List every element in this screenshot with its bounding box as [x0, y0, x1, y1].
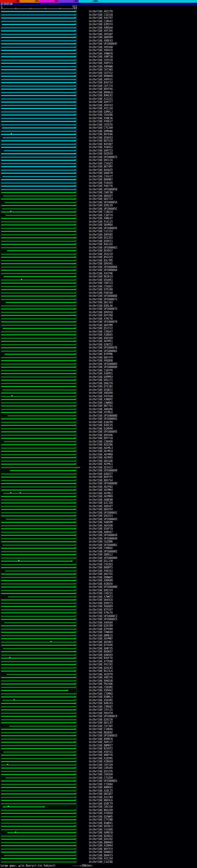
hit-accession-label[interactable]: UniRef100_A6BV67 [89, 531, 113, 534]
alignment-bar[interactable] [1, 490, 75, 491]
alignment-bar[interactable] [4, 752, 75, 752]
hit-accession-label[interactable]: UniRef100_C6KC90 [89, 191, 113, 194]
hit-accession-label[interactable]: UniRef100_A6YMK4 [89, 489, 113, 491]
alignment-bar[interactable] [1, 816, 75, 817]
hit-accession-label[interactable]: UniRef100_UPI000075 [89, 308, 117, 310]
hit-accession-label[interactable]: UniRef100_A7WWT3 [89, 595, 113, 598]
alignment-bar[interactable] [1, 457, 75, 458]
alignment-bar[interactable] [2, 545, 75, 546]
hit-accession-label[interactable]: UniRef100_Q9XSH6 [89, 434, 113, 437]
hit-accession-label[interactable]: UniRef100_Q28150 [89, 718, 113, 721]
hit-accession-label[interactable]: UniRef100_P41192 [89, 663, 113, 666]
hit-accession-label[interactable]: UniRef100_C5FJW7 [89, 725, 113, 727]
hit-accession-label[interactable]: UniRef100_Q4QXI7 [89, 473, 113, 475]
alignment-bar[interactable] [1, 755, 75, 755]
alignment-bar[interactable] [4, 276, 75, 277]
hit-accession-label[interactable]: UniRef100_A6YML3 [89, 447, 113, 450]
alignment-bar[interactable] [1, 386, 75, 387]
alignment-bar[interactable] [1, 153, 75, 154]
hit-accession-label[interactable]: UniRef100_Q96ZT8 [89, 382, 113, 385]
alignment-bar[interactable] [1, 224, 75, 225]
hit-accession-label[interactable]: UniRef100_UPI00005E [89, 227, 117, 230]
hit-accession-label[interactable]: UniRef100_UPI0000C1 [89, 615, 117, 618]
alignment-bar[interactable] [1, 144, 75, 145]
alignment-bar[interactable] [1, 862, 75, 863]
alignment-bar[interactable] [9, 726, 75, 727]
alignment-bar[interactable] [1, 574, 75, 575]
hit-accession-label[interactable]: UniRef100_C5XQZ7 [89, 162, 113, 165]
hit-accession-label[interactable]: UniRef100_C4Y1J5 [89, 709, 113, 711]
alignment-bar[interactable] [1, 480, 75, 481]
alignment-bar[interactable] [1, 784, 75, 785]
alignment-bar[interactable] [1, 551, 75, 552]
alignment-bar[interactable] [1, 63, 75, 64]
hit-accession-label[interactable]: UniRef100_A9QQD0 [89, 359, 113, 362]
hit-accession-label[interactable]: UniRef100_C6KT23 [89, 282, 113, 284]
hit-accession-label[interactable]: UniRef100_A3EM51 [89, 372, 113, 375]
alignment-bar[interactable] [1, 34, 75, 35]
alignment-bar[interactable] [1, 483, 75, 484]
alignment-bar[interactable] [1, 238, 75, 238]
alignment-bar[interactable] [1, 800, 75, 801]
hit-accession-label[interactable]: UniRef100_Q4PM93 [89, 376, 113, 378]
hit-accession-label[interactable]: UniRef100_Q2GWH5 [89, 815, 113, 818]
alignment-bar[interactable] [1, 538, 75, 539]
alignment-bar[interactable] [1, 231, 75, 232]
alignment-bar[interactable] [1, 425, 75, 426]
hit-accession-label[interactable]: UniRef100_Q9MAW6 [89, 130, 113, 133]
hit-accession-label[interactable]: UniRef100_C5DSM2 [89, 686, 113, 689]
hit-accession-label[interactable]: UniRef100_C5K047 [89, 331, 113, 333]
alignment-bar[interactable] [1, 280, 75, 280]
alignment-bar[interactable] [1, 325, 75, 326]
alignment-bar[interactable] [1, 186, 75, 187]
hit-accession-label[interactable]: UniRef100_P48160 [89, 291, 113, 294]
hit-accession-label[interactable]: UniRef100_Q5QB12 [89, 389, 113, 391]
hit-accession-label[interactable]: UniRef100_A1DNA4 [89, 844, 113, 847]
alignment-bar[interactable] [1, 318, 75, 319]
alignment-bar[interactable] [1, 548, 75, 549]
alignment-bar[interactable] [1, 642, 75, 643]
alignment-bar[interactable] [1, 722, 75, 723]
alignment-bar[interactable] [1, 797, 75, 798]
hit-accession-label[interactable]: UniRef100_A9PHW0 [89, 65, 113, 68]
alignment-bar[interactable] [1, 758, 75, 759]
hit-accession-label[interactable]: UniRef100_B6GXZ8 [89, 809, 113, 812]
hit-accession-label[interactable]: UniRef100_A6QQE9 [89, 605, 113, 608]
hit-accession-label[interactable]: UniRef100_B3NHL3 [89, 695, 113, 698]
alignment-bar[interactable] [1, 709, 75, 710]
alignment-bar[interactable] [5, 777, 75, 778]
alignment-bar[interactable] [1, 677, 75, 678]
alignment-bar[interactable] [1, 393, 75, 394]
alignment-bar[interactable] [1, 696, 75, 698]
alignment-bar[interactable] [1, 852, 75, 852]
hit-accession-label[interactable]: UniRef100_Q9BWU5 [89, 576, 113, 579]
hit-accession-label[interactable]: UniRef100_UPI000062 [89, 246, 117, 249]
hit-accession-label[interactable]: UniRef100_A3NQH2 [89, 398, 113, 401]
alignment-bar[interactable] [1, 364, 75, 365]
hit-accession-label[interactable]: UniRef100_C7GZ69 [89, 777, 113, 779]
hit-accession-label[interactable]: UniRef100_A6R1J7 [89, 741, 113, 744]
hit-accession-label[interactable]: UniRef100_C1MX42 [89, 20, 113, 23]
hit-accession-label[interactable]: UniRef100_C1C152 [89, 230, 113, 233]
alignment-bar[interactable] [1, 286, 75, 287]
alignment-bar[interactable] [3, 137, 75, 138]
alignment-bar[interactable] [1, 234, 75, 235]
hit-accession-label[interactable]: UniRef100_B6TE06 [89, 133, 113, 136]
alignment-bar[interactable] [1, 431, 75, 432]
hit-accession-label[interactable]: UniRef100_B9HLR2 [89, 94, 113, 97]
alignment-bar[interactable] [1, 464, 75, 465]
hit-accession-label[interactable]: UniRef100_A4S797 [89, 17, 113, 20]
hit-accession-label[interactable]: UniRef100_B8N9W3 [89, 841, 113, 844]
alignment-bar[interactable] [1, 619, 75, 620]
hit-accession-label[interactable]: UniRef100_UPI0000A5 [89, 518, 117, 521]
alignment-bar[interactable] [1, 89, 75, 90]
hit-accession-label[interactable]: UniRef100_P48161 [89, 570, 113, 572]
hit-accession-label[interactable]: UniRef100_A9TJH5 [89, 30, 113, 32]
alignment-bar[interactable] [1, 344, 75, 345]
alignment-bar[interactable] [1, 680, 75, 681]
hit-accession-label[interactable]: UniRef100_B3DLV5 [89, 424, 113, 427]
hit-accession-label[interactable]: UniRef100_A6YMK8 [89, 453, 113, 456]
alignment-bar[interactable] [1, 858, 75, 859]
alignment-bar[interactable] [1, 444, 75, 445]
hit-accession-label[interactable]: UniRef100_A6NSM9 [89, 521, 113, 524]
